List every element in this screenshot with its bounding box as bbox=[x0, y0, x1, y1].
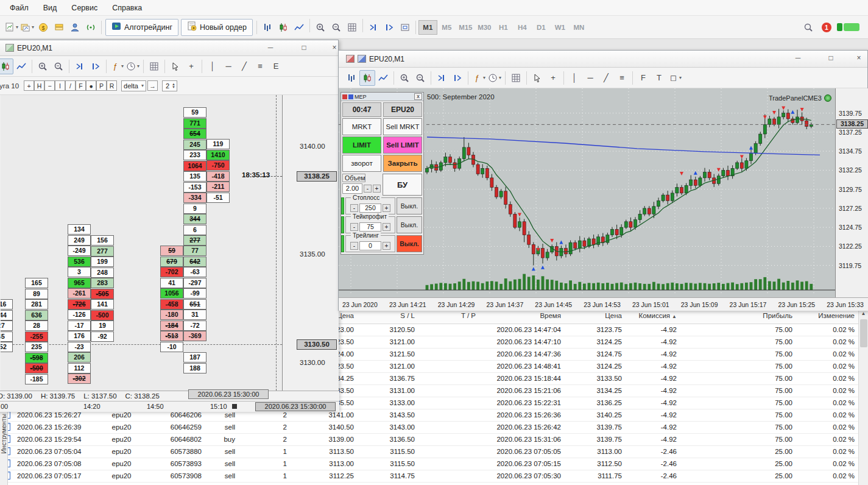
cursor-button[interactable] bbox=[168, 58, 183, 74]
community-button[interactable] bbox=[67, 19, 83, 35]
sell-limit-button[interactable]: Sell LIMIT bbox=[383, 136, 422, 154]
cluster-type-combo[interactable]: delta ▾ bbox=[121, 80, 146, 91]
table-row[interactable]: 2020.06.23 15:29:54epu2060646802buy23139… bbox=[0, 433, 858, 445]
takeprofit-plus-button[interactable]: + bbox=[383, 223, 390, 231]
stoploss-minus-button[interactable]: - bbox=[350, 204, 358, 212]
stoploss-input[interactable]: 250 bbox=[359, 204, 381, 213]
trailing-input[interactable]: 0 bbox=[359, 241, 381, 250]
breakeven-button[interactable]: БУ bbox=[383, 174, 422, 196]
signals-button[interactable] bbox=[83, 19, 99, 35]
table-scrollbar[interactable]: ▲ bbox=[858, 308, 868, 485]
volume-input[interactable]: 2.00 bbox=[342, 183, 362, 194]
indicators-button[interactable]: ƒ▾ bbox=[471, 70, 487, 86]
volume-minus-button[interactable]: - bbox=[364, 185, 372, 193]
trend-line-button[interactable]: ╱ bbox=[598, 70, 614, 86]
table-row[interactable]: 2020.06.23 07:05:08epu2060573893sell1311… bbox=[0, 458, 858, 470]
menu-item-Сервис[interactable]: Сервис bbox=[64, 1, 105, 15]
window-titlebar[interactable]: EPU20,M1 ─ □ × bbox=[0, 40, 338, 56]
cluster-chart-window[interactable]: EPU20,M1 ─ □ × ƒ▾▾+│─╱≡E уга 10 +H−I/F●P… bbox=[0, 40, 339, 411]
takeprofit-minus-button[interactable]: - bbox=[350, 223, 358, 231]
trailing-enabled-indicator[interactable] bbox=[341, 235, 344, 252]
timeframe-button-H4[interactable]: H4 bbox=[513, 20, 532, 35]
cluster-setting-button-−[interactable]: − bbox=[44, 80, 55, 91]
algo-trading-button[interactable]: Алготрейдинг bbox=[105, 19, 178, 36]
clock-button[interactable]: ▾ bbox=[487, 70, 503, 86]
ellipse-button[interactable]: E bbox=[268, 58, 284, 74]
spinner-arrows-icon[interactable]: ▲▼ bbox=[172, 83, 175, 89]
table-row[interactable]: 2020.06.23 07:05:17epu2060573908sell1311… bbox=[0, 470, 858, 482]
table-row[interactable]: 2020.06.23 15:26:39epu2060646259sell2314… bbox=[0, 421, 858, 433]
cluster-setting-button-H[interactable]: H bbox=[34, 80, 44, 91]
line-chart-button[interactable] bbox=[291, 19, 307, 35]
crosshair-button[interactable]: + bbox=[545, 70, 561, 86]
candle-chart-area[interactable]: 500: September 2020 TradePanelCME3 МЕР x… bbox=[339, 88, 835, 297]
vertical-line-button[interactable]: │ bbox=[205, 58, 221, 74]
clock-button[interactable]: ▾ bbox=[125, 58, 141, 74]
timeframe-button-D1[interactable]: D1 bbox=[532, 20, 551, 35]
trailing-off-button[interactable]: Выкл. bbox=[397, 235, 422, 252]
zoom-in-button[interactable] bbox=[397, 70, 412, 86]
sell-market-button[interactable]: Sell MRKT bbox=[383, 118, 422, 135]
takeprofit-off-button[interactable]: Выкл. bbox=[397, 216, 422, 233]
cluster-chart-area[interactable]: 18:35:13 597716542452331064135-153-33493… bbox=[1, 95, 282, 391]
period-spinner[interactable]: 2 ▲▼ bbox=[162, 80, 177, 91]
cluster-setting-button-/[interactable]: / bbox=[65, 80, 76, 91]
stoploss-enabled-indicator[interactable] bbox=[341, 197, 344, 214]
toolbox-vertical-tab[interactable]: Инструменты bbox=[0, 411, 8, 485]
table-row[interactable]: 2020.06.23 07:05:04epu2060573880sell1311… bbox=[0, 445, 858, 458]
timeframe-button-M1[interactable]: M1 bbox=[418, 20, 437, 35]
chart-shift-button[interactable] bbox=[450, 70, 465, 86]
takeprofit-input[interactable]: 75 bbox=[359, 222, 381, 232]
menu-item-Справка[interactable]: Справка bbox=[105, 1, 149, 15]
market-button[interactable] bbox=[51, 19, 67, 35]
horizontal-line-button[interactable]: ─ bbox=[582, 70, 598, 86]
zoom-out-button[interactable] bbox=[328, 19, 344, 35]
close-button[interactable]: × bbox=[852, 52, 866, 64]
vertical-line-button[interactable]: │ bbox=[566, 70, 582, 86]
zoom-in-button[interactable] bbox=[312, 19, 328, 35]
fibonacci-button[interactable]: ≡ bbox=[252, 58, 268, 74]
trade-panel-titlebar[interactable]: МЕР x bbox=[341, 93, 423, 101]
scroll-to-end-button[interactable] bbox=[365, 19, 381, 35]
time-axis[interactable]: 23 Jun 202023 Jun 14:2123 Jun 14:2923 Ju… bbox=[339, 297, 868, 311]
timeframe-button-M15[interactable]: M15 bbox=[456, 20, 475, 35]
time-axis[interactable]: 2020.06.23 15:30:00 0014:2014:5015:10 bbox=[0, 401, 339, 412]
new-chart-button[interactable]: ▾ bbox=[4, 19, 19, 35]
menu-item-Вид[interactable]: Вид bbox=[36, 1, 65, 15]
cluster-setting-button-R[interactable]: R bbox=[107, 80, 117, 91]
timeframe-button-M5[interactable]: M5 bbox=[437, 20, 456, 35]
crosshair-window-button[interactable] bbox=[397, 19, 413, 35]
fibonacci-button[interactable]: ≡ bbox=[614, 70, 630, 86]
cluster-setting-button-P[interactable]: P bbox=[96, 80, 107, 91]
text-button[interactable]: T bbox=[651, 70, 667, 86]
menu-item-Файл[interactable]: Файл bbox=[2, 1, 36, 15]
flag-button[interactable]: F bbox=[635, 70, 651, 86]
stoploss-plus-button[interactable]: + bbox=[383, 204, 390, 212]
mql5-button[interactable]: $ bbox=[35, 19, 51, 35]
cluster-setting-button-●[interactable]: ● bbox=[86, 80, 96, 91]
maximize-button[interactable]: □ bbox=[297, 42, 311, 54]
timeframe-button-H1[interactable]: H1 bbox=[494, 20, 513, 35]
cluster-setting-button-+[interactable]: + bbox=[24, 80, 34, 91]
crosshair-button[interactable]: + bbox=[183, 58, 199, 74]
buy-market-button[interactable]: MRKT bbox=[342, 118, 381, 135]
volume-plus-button[interactable]: + bbox=[373, 185, 381, 193]
delta-arrow-button[interactable]: → bbox=[147, 80, 158, 91]
zoom-in-button[interactable] bbox=[35, 58, 51, 74]
maximize-button[interactable]: □ bbox=[824, 52, 838, 64]
cursor-button[interactable] bbox=[529, 70, 545, 86]
new-order-button[interactable]: Новый ордер bbox=[181, 19, 253, 36]
profiles-button[interactable]: ▾ bbox=[19, 19, 35, 35]
zoom-out-button[interactable] bbox=[51, 58, 66, 74]
cluster-setting-button-F[interactable]: F bbox=[76, 80, 86, 91]
line-chart-button[interactable] bbox=[13, 58, 29, 74]
buy-limit-button[interactable]: LIMIT bbox=[342, 136, 381, 154]
candles-button[interactable] bbox=[359, 70, 375, 86]
chart-shift-button[interactable] bbox=[88, 58, 104, 74]
trailing-plus-button[interactable]: + bbox=[383, 242, 390, 250]
takeprofit-enabled-indicator[interactable] bbox=[341, 216, 344, 233]
zoom-out-button[interactable] bbox=[412, 70, 428, 86]
panel-close-button[interactable]: x bbox=[414, 93, 422, 100]
scroll-to-end-button[interactable] bbox=[72, 58, 88, 74]
price-axis[interactable]: 3140.003138.253135.003130.503130.00 bbox=[282, 95, 339, 391]
